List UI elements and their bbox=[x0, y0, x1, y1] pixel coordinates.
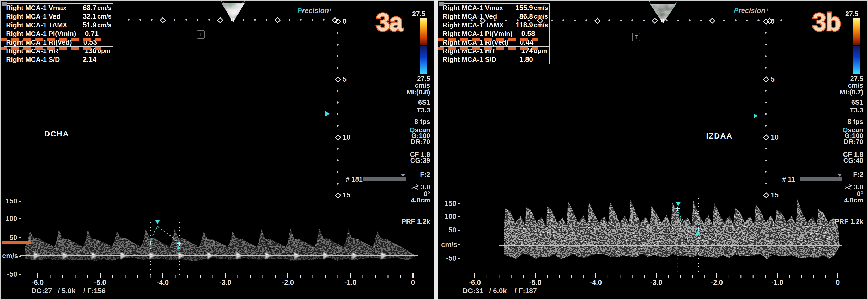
measurement-value: 0.58 bbox=[513, 30, 535, 38]
imaging-parameter: CG:39 bbox=[363, 156, 430, 164]
time-axis-label: -5.0 bbox=[88, 279, 112, 287]
measurement-label: Right MCA-1 S/D bbox=[440, 56, 507, 64]
depth-label: 0 bbox=[343, 18, 346, 26]
brand-plus: + bbox=[766, 7, 769, 13]
cine-slider[interactable] bbox=[800, 177, 842, 181]
figure-label: 3a bbox=[376, 8, 403, 36]
cine-frame-counter: # 11 bbox=[782, 175, 795, 183]
imaging-parameter: 8 fps bbox=[796, 118, 863, 126]
depth-label: 5 bbox=[343, 76, 346, 84]
depth-label: 10 bbox=[343, 133, 350, 141]
time-axis-label: -6.0 bbox=[26, 279, 49, 287]
velocity-scale-label: 100 bbox=[441, 213, 456, 221]
measurement-value: 118.9 bbox=[507, 21, 533, 29]
acquisition-status-text: DG:27 / 5.0k / F:156 bbox=[31, 287, 105, 295]
apex-marker bbox=[232, 18, 234, 21]
velocity-scale-tick bbox=[458, 258, 460, 259]
imaging-parameter: DR:70 bbox=[363, 138, 430, 146]
cine-slider-handle[interactable] bbox=[401, 174, 405, 177]
peak-marker-triangle bbox=[155, 220, 160, 224]
figure-label: 3b bbox=[812, 8, 840, 36]
depth-label: 10 bbox=[771, 133, 779, 141]
time-axis-label: 0 bbox=[401, 279, 425, 287]
measurement-value: 2.14 bbox=[70, 56, 96, 64]
measurement-value: 1.80 bbox=[507, 56, 533, 64]
colorbar-bottom-label: 27.5 bbox=[383, 75, 430, 82]
color-doppler-scale-bar bbox=[420, 18, 427, 73]
colorbar-max-label: 27.5 bbox=[841, 10, 862, 18]
table-row: Right MCA-1 PI(Vmin)0.71 bbox=[4, 29, 113, 38]
time-axis-label: -5.0 bbox=[524, 279, 547, 287]
velocity-scale-tick bbox=[19, 256, 21, 257]
measurement-value: 0.71 bbox=[76, 30, 98, 38]
colorbar-bottom-label: MI:(0.7) bbox=[816, 89, 863, 95]
colorbar-bottom-label: cm/s bbox=[816, 82, 863, 89]
brand-logo: Precision+ bbox=[734, 7, 769, 15]
velocity-scale-label: 50 bbox=[441, 226, 456, 234]
imaging-parameter: 4.8cm bbox=[363, 196, 430, 204]
velocity-scale-tick bbox=[458, 244, 460, 245]
cine-slider-handle[interactable] bbox=[837, 174, 842, 177]
brand-text: recision bbox=[302, 7, 329, 14]
velocity-scale-tick bbox=[19, 237, 21, 238]
colorbar-bottom-label: MI:(0.8) bbox=[383, 89, 430, 95]
measurement-value: 51.9 bbox=[70, 21, 96, 29]
depth-label: 15 bbox=[343, 191, 350, 199]
table-row: Right MCA-1 Ved32.1cm/s bbox=[4, 12, 113, 21]
velocity-scale-tick bbox=[19, 218, 21, 219]
depth-label: 15 bbox=[771, 191, 779, 199]
velocity-scale-label: -50 bbox=[441, 254, 456, 263]
acquisition-status-text: DG:31 / 6.0k / F:187 bbox=[463, 287, 537, 295]
panel-divider bbox=[434, 0, 437, 300]
cine-frame-counter: # 181 bbox=[346, 175, 363, 183]
highlight-dashed-underline bbox=[437, 38, 538, 41]
imaging-parameter: 6S1 bbox=[363, 98, 430, 107]
velocity-scale-label: cm/s bbox=[441, 241, 456, 249]
brand-letter: P bbox=[734, 7, 738, 14]
apex-marker bbox=[661, 19, 662, 22]
time-axis-label: -2.0 bbox=[705, 279, 728, 287]
measurement-label: Right MCA-1 PI(Vmin) bbox=[440, 30, 513, 38]
measurement-label: Right MCA-1 Vmax bbox=[440, 4, 507, 12]
cine-slider[interactable] bbox=[364, 177, 406, 181]
velocity-scale-label: cm/s bbox=[2, 252, 17, 260]
focus-depth-marker bbox=[753, 113, 758, 118]
time-axis-label: -3.0 bbox=[645, 279, 668, 287]
velocity-scale-label: -50 bbox=[2, 270, 17, 278]
measurement-label: Right MCA-1 TAMX bbox=[440, 21, 507, 29]
time-axis-label: -4.0 bbox=[151, 279, 175, 287]
time-axis-label: -3.0 bbox=[214, 279, 237, 287]
brand-text: recision bbox=[738, 7, 766, 14]
measurement-table: Right MCA-1 Vmax155.9cm/sRight MCA-1 Ved… bbox=[440, 4, 550, 64]
angle-correct-icon bbox=[844, 184, 852, 190]
measurement-unit: cm/s bbox=[96, 4, 113, 11]
anatomy-annotation: DCHA bbox=[44, 129, 69, 138]
measurement-value: 32.1 bbox=[70, 12, 96, 21]
time-axis-label: -1.0 bbox=[339, 279, 362, 287]
measurement-label: Right MCA-1 TAMX bbox=[4, 21, 70, 29]
measurement-value: 155.9 bbox=[507, 4, 533, 12]
table-row: Right MCA-1 Vmax68.7cm/s bbox=[4, 3, 113, 12]
angle-correct-icon bbox=[411, 184, 419, 190]
time-axis-label: -2.0 bbox=[276, 279, 300, 287]
table-row: Right MCA-1 PI(Vmin)0.58 bbox=[440, 29, 550, 38]
measurement-unit: cm/s bbox=[96, 21, 113, 29]
focus-depth-marker bbox=[326, 111, 330, 116]
ultrasound-panel-3b: Right MCA-1 Vmax155.9cm/sRight MCA-1 Ved… bbox=[437, 1, 867, 299]
time-axis-label: -4.0 bbox=[584, 279, 608, 287]
velocity-scale-tick bbox=[19, 274, 21, 275]
table-corner-handle bbox=[2, 2, 7, 6]
time-axis-ticks bbox=[37, 273, 413, 277]
measurement-label: Right MCA-1 PI(Vmin) bbox=[4, 30, 76, 38]
measurement-label: Right MCA-1 Ved bbox=[440, 12, 507, 21]
table-corner-handle bbox=[439, 2, 443, 6]
measurement-label: Right MCA-1 S/D bbox=[4, 56, 70, 64]
velocity-scale-label: 100 bbox=[2, 215, 17, 223]
peak-marker-triangle bbox=[676, 202, 681, 206]
brand-logo: Precision+ bbox=[297, 7, 332, 15]
measurement-label: Right MCA-1 Ved bbox=[4, 12, 70, 21]
velocity-scale-tick bbox=[458, 230, 460, 231]
imaging-parameter: CG:40 bbox=[796, 156, 863, 164]
active-scale-orange-marker bbox=[2, 241, 31, 244]
brand-plus: + bbox=[329, 7, 333, 13]
